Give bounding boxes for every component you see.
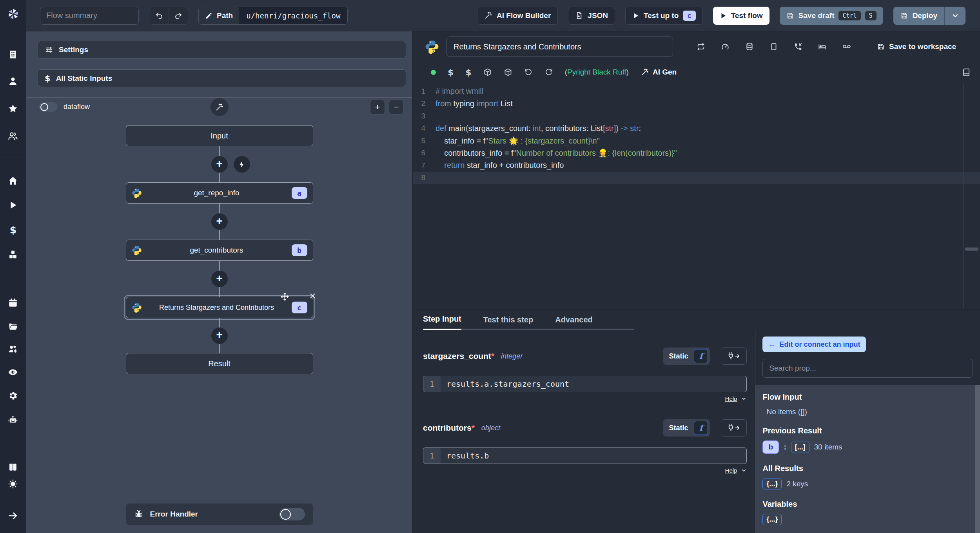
rotate-cw-icon[interactable] [544,68,553,76]
sidebar-item-users[interactable] [8,131,19,142]
voicemail-icon[interactable] [842,42,851,51]
zoom-out-button[interactable]: − [389,100,404,115]
delete-node-icon[interactable] [309,293,316,299]
ai-gen-button[interactable]: AI Gen [641,68,677,76]
add-step-button[interactable]: + [211,156,228,173]
dataflow-toggle[interactable] [39,102,58,112]
expression-editor[interactable]: 1 results.a.stargazers_count [423,376,747,392]
prop-picker-scrollbar[interactable] [975,385,980,533]
code-editor[interactable]: 1# import wmill2from typing import List3… [413,84,980,309]
code-line-4[interactable]: 4def main(stargazers_count: int, contrib… [413,122,980,135]
phone-incoming-icon[interactable] [794,42,802,51]
dollar-icon[interactable]: $ [465,67,471,77]
sidebar-item-users-gear[interactable] [8,344,19,355]
connect-input-button[interactable] [721,419,747,437]
sidebar-item-star[interactable] [8,104,19,115]
flow-node-returns-stargazers[interactable]: Returns Stargazers and Contributors c [126,297,313,318]
sidebar-item-arrow-right[interactable] [8,511,19,522]
code-line-2[interactable]: 2from typing import List [413,98,980,110]
result-key-badge[interactable]: b [762,440,779,454]
retries-icon[interactable] [697,42,705,51]
edit-or-connect-button[interactable]: ← Edit or connect an input [762,337,866,352]
sleep-bed-icon[interactable] [818,42,827,51]
timeout-gauge-icon[interactable] [721,42,730,51]
expression-editor[interactable]: 1 results.b [423,448,747,464]
tab-advanced[interactable]: Advanced [555,309,593,330]
code-line-1[interactable]: 1# import wmill [413,85,980,98]
code-line-6[interactable]: 6 contributors_info = f"Number of contri… [413,147,980,160]
search-prop-input[interactable] [762,359,973,378]
function-mode-icon[interactable]: f [694,349,708,363]
settings-button[interactable]: Settings [38,41,406,58]
redo-button[interactable] [169,7,188,24]
deploy-button[interactable]: Deploy [893,7,944,25]
package-icon[interactable] [483,68,492,76]
code-assistants-label[interactable]: (Pyright Black Ruff) [565,68,629,76]
tab-test-this-step[interactable]: Test this step [483,309,533,330]
sidebar-item-robot[interactable] [8,415,19,426]
error-handler-node[interactable]: Error Handler [126,503,313,525]
chevron-down-icon[interactable] [741,468,747,473]
sidebar-item-sun[interactable] [8,479,19,490]
all-static-inputs-button[interactable]: $ All Static Inputs [38,69,406,87]
move-handle-icon[interactable] [280,292,289,301]
flow-node-get-repo-info[interactable]: get_repo_info a [126,182,313,204]
rotate-ccw-icon[interactable] [524,68,533,76]
static-expr-toggle[interactable]: Static f [663,419,710,437]
json-button[interactable]: JSON [568,7,615,25]
code-line-5[interactable]: 5 star_info = f"Stars 🌟 : {stargazers_co… [413,135,980,147]
save-draft-button[interactable]: Save draft Ctrl S [780,7,883,25]
error-handler-toggle[interactable] [279,508,305,520]
flow-node-result[interactable]: Result [126,353,313,374]
code-line-8[interactable]: 8 [413,172,980,184]
sidebar-item-eye[interactable] [8,367,19,378]
collapsed-object-chip[interactable]: {...} [762,514,782,525]
sidebar-item-user[interactable] [8,76,19,87]
sidebar-item-folder[interactable] [8,321,19,332]
save-to-workspace-button[interactable]: Save to workspace [877,42,956,51]
dollar-icon[interactable]: $ [448,67,454,77]
test-flow-button[interactable]: Test flow [713,7,769,25]
sidebar-item-books[interactable] [8,462,19,473]
connect-input-button[interactable] [721,347,747,365]
function-mode-icon[interactable]: f [694,421,708,435]
step-title-input[interactable] [446,36,673,57]
sidebar-item-play[interactable] [8,200,19,211]
sidebar-item-calendar[interactable] [8,298,19,309]
code-line-7[interactable]: 7 return star_info + contributors_info [413,159,980,172]
sidebar-item-gear[interactable] [8,391,19,402]
cache-database-icon[interactable] [745,42,754,51]
help-link[interactable]: Help [725,467,737,474]
deploy-dropdown-button[interactable] [944,7,965,25]
add-step-button[interactable]: + [211,271,228,287]
test-up-to-button[interactable]: Test up to c [625,7,703,25]
package-icon[interactable] [504,68,512,76]
mock-square-icon[interactable] [769,42,778,51]
sidebar-item-dollar[interactable]: $ [8,224,19,235]
editor-scrollbar-thumb[interactable] [965,247,978,251]
ai-flow-builder-button[interactable]: AI Flow Builder [477,7,558,25]
flow-node-input[interactable]: Input [126,125,313,146]
code-line-3[interactable]: 3 [413,110,980,122]
collapsed-object-chip[interactable]: {...} [762,478,782,489]
add-step-button[interactable]: + [211,213,228,230]
collapsed-array-chip[interactable]: [...] [791,442,809,453]
flow-node-get-contributors[interactable]: get_contributors b [126,240,313,261]
zoom-in-button[interactable]: + [370,100,385,115]
tab-step-input[interactable]: Step Input [423,309,461,330]
flow-input-empty[interactable]: No items ([]) [766,407,968,416]
undo-button[interactable] [149,7,169,24]
library-book-icon[interactable] [962,68,971,76]
windmill-logo-icon[interactable] [6,7,20,23]
ai-wand-button[interactable] [211,98,229,116]
sidebar-item-home[interactable] [8,176,19,187]
add-step-button[interactable]: + [211,327,228,344]
sidebar-item-boxes[interactable] [8,249,19,260]
help-link[interactable]: Help [725,395,737,402]
chevron-down-icon[interactable] [741,396,747,402]
static-expr-toggle[interactable]: Static f [663,347,710,365]
flow-summary-input[interactable] [40,7,139,25]
trigger-bolt-button[interactable] [234,156,250,173]
path-button[interactable]: Path u/henri/gracious_flow [198,7,348,25]
sidebar-item-building[interactable] [8,49,19,60]
